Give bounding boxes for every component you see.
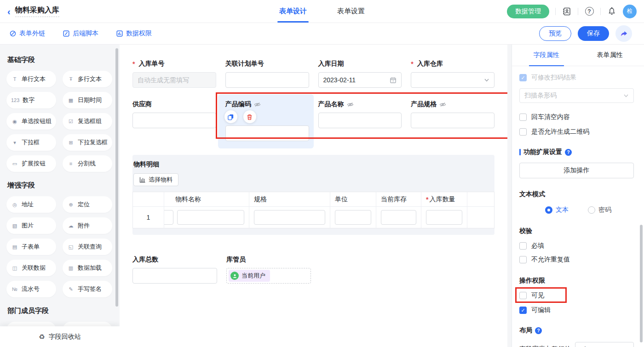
supplier-input[interactable] [132,113,216,128]
copy-field-button[interactable] [224,110,237,123]
sidebar-item-address[interactable]: ◎地址 [6,196,56,213]
sidebar-item-checkbox-group[interactable]: ☑复选框组 [63,113,112,130]
delete-field-button[interactable] [243,110,256,123]
subform-material-detail[interactable]: 物料明细 选择物料 物料名称 规格 单位 当前库存 入库数量 [132,155,494,235]
sidebar-item-radio-group[interactable]: ◉单选按钮组 [6,113,56,130]
no-duplicate-checkbox[interactable]: 不允许重复值 [519,256,634,264]
product-name-input[interactable] [318,113,402,128]
sidebar-item-subform[interactable]: ▤子表单 [6,239,56,255]
contact-book-icon[interactable] [562,6,572,17]
help-icon[interactable]: ? [584,6,594,17]
field-product-code[interactable]: 产品编码 [225,100,309,141]
divider [578,8,578,15]
editable-checkbox[interactable]: ✓ 可编辑 [519,306,634,314]
field-inbound-date[interactable]: 入库日期 2023-02-11 7 [318,59,402,88]
field-label: 入库日期 [318,59,402,68]
external-link-button[interactable]: 表单外链 [9,29,45,38]
back-chevron-icon[interactable]: ‹ [7,7,11,16]
page-title[interactable]: 物料采购入库 [15,6,59,17]
toolbar-actions: 预览 保存 [539,25,635,42]
date-input[interactable]: 2023-02-11 7 [318,72,402,88]
header-index [133,192,164,206]
inbound-qty-input[interactable] [426,210,462,225]
unit-input[interactable] [335,210,371,225]
sidebar-item-single-line-text[interactable]: T单行文本 [6,71,56,87]
script-icon [63,30,70,37]
field-label: 库管员 [226,255,311,264]
select-material-button[interactable]: 选择物料 [133,173,178,186]
tab-form-settings[interactable]: 表单设置 [335,0,367,23]
add-action-button[interactable]: 添加操作 [519,163,634,178]
field-supplier[interactable]: 供应商 [132,100,216,141]
backend-script-button[interactable]: 后端脚本 [63,29,98,38]
sidebar-item-divider[interactable]: ≡分割线 [63,155,112,172]
radio-password[interactable]: 密码 [588,206,611,214]
field-plan-no[interactable]: 关联计划单号 [225,59,309,88]
tab-form-design[interactable]: 表单设计 [277,0,309,23]
share-button[interactable] [615,25,632,42]
subform-title: 物料明细 [133,160,494,169]
field-width-row: 字段宽度占整行的 1/4 [519,342,634,347]
clipped-cell-input[interactable] [164,210,173,225]
sidebar-item-attachment[interactable]: ☁附件 [63,217,112,234]
product-code-input[interactable] [225,125,309,141]
field-product-name[interactable]: 产品名称 [318,100,402,141]
field-inbound-no[interactable]: 入库单号 [132,59,216,88]
bell-icon[interactable] [607,6,617,17]
plan-no-input[interactable] [225,72,309,88]
user-avatar[interactable]: 检 [623,5,637,18]
sidebar-item-multi-line-text[interactable]: Ŧ多行文本 [63,71,112,87]
inbound-total-input[interactable] [132,268,217,284]
sidebar-item-extend-button[interactable]: ▭扩展按钮 [6,155,56,172]
field-product-spec[interactable]: 产品规格 [411,100,494,141]
sidebar-item-dropdown[interactable]: ▾下拉框 [6,134,56,151]
sidebar-item-multi-dropdown[interactable]: ⊞下拉复选框 [63,134,112,151]
cell-filler [467,207,494,228]
radio-text[interactable]: 文本 [545,206,569,214]
inbound-no-input [132,72,216,88]
allow-qrcode-checkbox[interactable]: 是否允许生成二维码 [519,128,634,136]
warehouse-select[interactable] [411,72,494,88]
field-label: 入库仓库 [411,59,494,68]
field-recycle-bin[interactable]: ♻ 字段回收站 [0,326,120,347]
help-circle-icon[interactable]: ? [535,327,542,334]
permission-icon [116,30,123,37]
spec-input[interactable] [254,210,325,225]
sidebar-item-linked-query[interactable]: ◱关联查询 [63,239,112,255]
keeper-member-box[interactable]: 当前用户 [226,268,311,284]
sidebar-item-number[interactable]: 123数字 [6,92,56,108]
field-warehouse[interactable]: 入库仓库 [411,59,494,88]
current-stock-input[interactable] [381,210,416,225]
required-checkbox[interactable]: 必填 [519,242,634,250]
field-width-select[interactable]: 1/4 [575,342,634,347]
sidebar-item-serial-number[interactable]: №流水号 [6,281,56,297]
data-manage-button[interactable]: 数据管理 [507,5,549,18]
pen-icon: ✎ [67,286,75,292]
text-mode-label: 文本模式 [519,190,634,199]
linked-data-icon: ◫ [11,265,18,271]
preview-button[interactable]: 预览 [539,26,571,41]
field-inbound-total[interactable]: 入库总数 [132,255,217,284]
form-canvas: 入库单号 关联计划单号 入库日期 2023-02-11 7 入库仓库 [120,45,507,347]
tab-form-properties[interactable]: 表单属性 [592,45,627,66]
subform-icon: ▤ [11,244,18,250]
sidebar-item-geolocation[interactable]: ⊕定位 [63,196,112,213]
sidebar-item-image[interactable]: ▧图片 [6,217,56,234]
panel-scrollbar[interactable] [640,225,643,342]
visible-checkbox[interactable]: 可见 [519,291,571,300]
sidebar-item-datetime[interactable]: ▦日期时间 [63,92,112,108]
enter-clear-checkbox[interactable]: 回车清空内容 [519,113,634,121]
save-button[interactable]: 保存 [578,26,609,41]
material-name-input[interactable] [177,210,244,225]
tab-field-properties[interactable]: 字段属性 [529,45,564,66]
product-spec-input[interactable] [411,113,494,128]
chevron-down-icon [484,77,489,83]
sidebar-scrollbar[interactable] [115,48,118,307]
help-circle-icon[interactable]: ? [565,149,572,156]
sidebar-item-linked-data[interactable]: ◫关联数据 [6,260,56,276]
field-label: 关联计划单号 [225,59,309,68]
data-permission-button[interactable]: 数据权限 [116,29,152,38]
sidebar-item-data-load[interactable]: ▥数据加载 [63,260,112,276]
sidebar-item-signature[interactable]: ✎手写签名 [63,281,112,297]
field-warehouse-keeper[interactable]: 库管员 当前用户 [226,255,311,284]
